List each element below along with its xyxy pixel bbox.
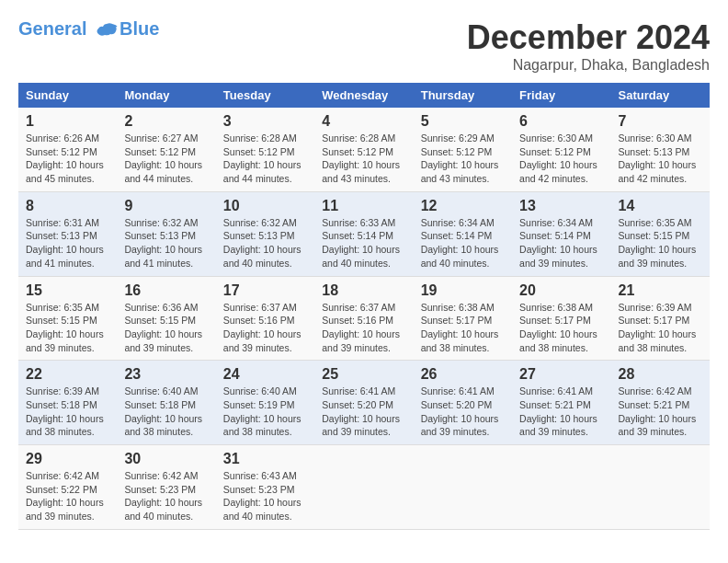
day-cell: 26 Sunrise: 6:41 AMSunset: 5:20 PMDaylig…	[414, 361, 512, 445]
day-info: Sunrise: 6:37 AMSunset: 5:16 PMDaylight:…	[322, 302, 400, 353]
day-info: Sunrise: 6:40 AMSunset: 5:18 PMDaylight:…	[124, 385, 202, 437]
day-number: 30	[124, 451, 208, 467]
week-row-4: 22 Sunrise: 6:39 AMSunset: 5:18 PMDaylig…	[18, 361, 710, 445]
day-cell: 5 Sunrise: 6:29 AMSunset: 5:12 PMDayligh…	[414, 108, 512, 191]
day-info: Sunrise: 6:43 AMSunset: 5:23 PMDaylight:…	[223, 470, 301, 522]
day-cell: 31 Sunrise: 6:43 AMSunset: 5:23 PMDaylig…	[216, 445, 314, 530]
day-info: Sunrise: 6:33 AMSunset: 5:14 PMDaylight:…	[322, 217, 400, 269]
day-info: Sunrise: 6:31 AMSunset: 5:13 PMDaylight:…	[26, 217, 104, 269]
day-number: 21	[619, 282, 702, 299]
day-cell: 6 Sunrise: 6:30 AMSunset: 5:12 PMDayligh…	[512, 108, 610, 191]
day-info: Sunrise: 6:36 AMSunset: 5:15 PMDaylight:…	[124, 302, 202, 353]
day-cell: 16 Sunrise: 6:36 AMSunset: 5:15 PMDaylig…	[117, 276, 215, 361]
day-cell: 19 Sunrise: 6:38 AMSunset: 5:17 PMDaylig…	[414, 276, 512, 361]
calendar-table: SundayMondayTuesdayWednesdayThursdayFrid…	[18, 83, 710, 530]
weekday-header-thursday: Thursday	[414, 83, 512, 108]
weekday-header-monday: Monday	[117, 83, 215, 108]
day-number: 11	[322, 198, 405, 214]
weekday-header-row: SundayMondayTuesdayWednesdayThursdayFrid…	[18, 83, 710, 108]
day-info: Sunrise: 6:28 AMSunset: 5:12 PMDaylight:…	[223, 132, 301, 184]
day-info: Sunrise: 6:32 AMSunset: 5:13 PMDaylight:…	[124, 217, 202, 269]
day-number: 28	[619, 366, 702, 383]
day-info: Sunrise: 6:41 AMSunset: 5:20 PMDaylight:…	[421, 385, 499, 437]
weekday-header-wednesday: Wednesday	[314, 83, 413, 108]
day-cell: 1 Sunrise: 6:26 AMSunset: 5:12 PMDayligh…	[18, 108, 117, 191]
day-cell: 24 Sunrise: 6:40 AMSunset: 5:19 PMDaylig…	[216, 361, 314, 445]
day-number: 20	[519, 282, 603, 299]
subtitle: Nagarpur, Dhaka, Bangladesh	[467, 57, 710, 74]
logo-blue-text: Blue	[119, 18, 159, 39]
day-number: 1	[26, 113, 109, 130]
day-info: Sunrise: 6:29 AMSunset: 5:12 PMDaylight:…	[421, 132, 499, 184]
week-row-1: 1 Sunrise: 6:26 AMSunset: 5:12 PMDayligh…	[18, 108, 710, 191]
day-info: Sunrise: 6:41 AMSunset: 5:20 PMDaylight:…	[322, 385, 400, 437]
day-info: Sunrise: 6:34 AMSunset: 5:14 PMDaylight:…	[421, 217, 499, 269]
day-number: 15	[26, 282, 109, 299]
day-cell: 21 Sunrise: 6:39 AMSunset: 5:17 PMDaylig…	[611, 276, 710, 361]
day-info: Sunrise: 6:39 AMSunset: 5:17 PMDaylight:…	[619, 302, 697, 353]
day-number: 25	[322, 366, 405, 383]
day-number: 5	[421, 113, 505, 130]
day-cell: 30 Sunrise: 6:42 AMSunset: 5:23 PMDaylig…	[117, 445, 215, 530]
day-number: 6	[519, 113, 603, 130]
day-number: 19	[421, 282, 505, 299]
day-number: 31	[223, 451, 307, 467]
week-row-5: 29 Sunrise: 6:42 AMSunset: 5:22 PMDaylig…	[18, 445, 710, 530]
day-info: Sunrise: 6:32 AMSunset: 5:13 PMDaylight:…	[223, 217, 301, 269]
day-cell: 25 Sunrise: 6:41 AMSunset: 5:20 PMDaylig…	[314, 361, 413, 445]
day-info: Sunrise: 6:26 AMSunset: 5:12 PMDaylight:…	[26, 132, 104, 184]
day-cell: 8 Sunrise: 6:31 AMSunset: 5:13 PMDayligh…	[18, 191, 117, 276]
day-number: 8	[26, 198, 109, 214]
day-info: Sunrise: 6:41 AMSunset: 5:21 PMDaylight:…	[519, 385, 597, 437]
day-info: Sunrise: 6:35 AMSunset: 5:15 PMDaylight:…	[619, 217, 697, 269]
day-info: Sunrise: 6:39 AMSunset: 5:18 PMDaylight:…	[26, 385, 104, 437]
day-info: Sunrise: 6:35 AMSunset: 5:15 PMDaylight:…	[26, 302, 104, 353]
day-cell: 17 Sunrise: 6:37 AMSunset: 5:16 PMDaylig…	[216, 276, 314, 361]
day-info: Sunrise: 6:42 AMSunset: 5:22 PMDaylight:…	[26, 470, 104, 522]
day-number: 16	[124, 282, 208, 299]
day-cell: 12 Sunrise: 6:34 AMSunset: 5:14 PMDaylig…	[414, 191, 512, 276]
title-block: December 2024 Nagarpur, Dhaka, Banglades…	[467, 18, 710, 74]
day-cell: 7 Sunrise: 6:30 AMSunset: 5:13 PMDayligh…	[611, 108, 710, 191]
day-cell: 4 Sunrise: 6:28 AMSunset: 5:12 PMDayligh…	[314, 108, 413, 191]
day-cell: 20 Sunrise: 6:38 AMSunset: 5:17 PMDaylig…	[512, 276, 610, 361]
day-info: Sunrise: 6:40 AMSunset: 5:19 PMDaylight:…	[223, 385, 301, 437]
day-cell: 29 Sunrise: 6:42 AMSunset: 5:22 PMDaylig…	[18, 445, 117, 530]
logo-general-text: General	[18, 18, 92, 39]
day-number: 12	[421, 198, 505, 214]
day-cell	[611, 445, 710, 530]
day-number: 4	[322, 113, 405, 130]
day-number: 18	[322, 282, 405, 299]
day-cell: 14 Sunrise: 6:35 AMSunset: 5:15 PMDaylig…	[611, 191, 710, 276]
day-number: 26	[421, 366, 505, 383]
day-info: Sunrise: 6:38 AMSunset: 5:17 PMDaylight:…	[519, 302, 597, 353]
day-number: 14	[619, 198, 702, 214]
logo-general-label: General	[18, 18, 86, 39]
day-number: 3	[223, 113, 307, 130]
main-title: December 2024	[467, 18, 710, 57]
day-cell: 3 Sunrise: 6:28 AMSunset: 5:12 PMDayligh…	[216, 108, 314, 191]
day-cell	[314, 445, 413, 530]
day-number: 2	[124, 113, 208, 130]
day-cell	[414, 445, 512, 530]
day-cell: 11 Sunrise: 6:33 AMSunset: 5:14 PMDaylig…	[314, 191, 413, 276]
day-cell: 23 Sunrise: 6:40 AMSunset: 5:18 PMDaylig…	[117, 361, 215, 445]
day-cell: 10 Sunrise: 6:32 AMSunset: 5:13 PMDaylig…	[216, 191, 314, 276]
day-info: Sunrise: 6:27 AMSunset: 5:12 PMDaylight:…	[124, 132, 202, 184]
weekday-header-sunday: Sunday	[18, 83, 117, 108]
day-cell: 22 Sunrise: 6:39 AMSunset: 5:18 PMDaylig…	[18, 361, 117, 445]
day-cell: 2 Sunrise: 6:27 AMSunset: 5:12 PMDayligh…	[117, 108, 215, 191]
day-info: Sunrise: 6:28 AMSunset: 5:12 PMDaylight:…	[322, 132, 400, 184]
day-info: Sunrise: 6:37 AMSunset: 5:16 PMDaylight:…	[223, 302, 301, 353]
day-number: 7	[619, 113, 702, 130]
day-cell: 28 Sunrise: 6:42 AMSunset: 5:21 PMDaylig…	[611, 361, 710, 445]
weekday-header-saturday: Saturday	[611, 83, 710, 108]
day-number: 24	[223, 366, 307, 383]
logo: General Blue	[18, 18, 159, 40]
weekday-header-friday: Friday	[512, 83, 610, 108]
day-number: 10	[223, 198, 307, 214]
day-number: 29	[26, 451, 109, 467]
day-info: Sunrise: 6:30 AMSunset: 5:12 PMDaylight:…	[519, 132, 597, 184]
day-info: Sunrise: 6:34 AMSunset: 5:14 PMDaylight:…	[519, 217, 597, 269]
day-info: Sunrise: 6:38 AMSunset: 5:17 PMDaylight:…	[421, 302, 499, 353]
